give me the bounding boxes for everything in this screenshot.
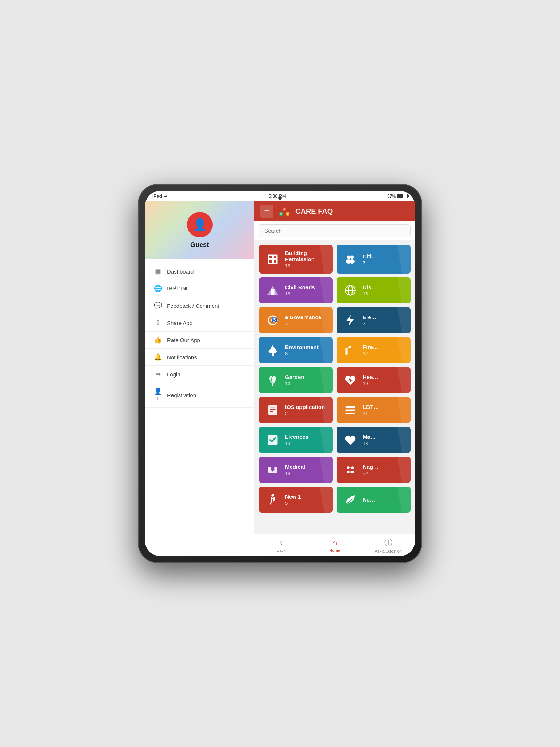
card-dis[interactable]: Dis… 15	[337, 277, 411, 303]
ios-icon	[265, 402, 281, 418]
sidebar-item-registration[interactable]: 👤+ Registration	[145, 383, 254, 408]
card-text: Ne…	[363, 496, 375, 503]
card-ios-application[interactable]: IOS application 2	[259, 397, 333, 423]
svg-point-14	[349, 259, 355, 264]
card-count: 16	[285, 263, 327, 268]
card-title: Environment	[285, 344, 319, 350]
tab-home-label: Home	[329, 548, 340, 553]
card-text: e Governance 7	[285, 314, 321, 326]
card-nag[interactable]: Nag… 22	[337, 457, 411, 483]
svg-point-11	[347, 255, 350, 259]
card-e-governance[interactable]: ♿ e Governance 7	[259, 307, 333, 333]
svg-rect-9	[269, 260, 272, 263]
card-title: Garden	[285, 374, 304, 380]
card-text: Medical 18	[285, 464, 305, 476]
svg-rect-7	[269, 256, 272, 258]
svg-marker-29	[348, 346, 352, 348]
svg-point-46	[351, 471, 354, 473]
search-input[interactable]	[259, 224, 411, 237]
menu-button[interactable]: ☰	[260, 205, 273, 218]
card-ele[interactable]: Ele… 7	[337, 307, 411, 333]
tab-home[interactable]: ⌂ Home	[308, 534, 362, 556]
search-bar	[254, 221, 415, 240]
sidebar-item-notifications[interactable]: 🔔 Notifications	[145, 349, 254, 366]
card-title: Building Permission	[285, 250, 327, 262]
rate-icon: 👍	[154, 336, 162, 344]
sidebar-item-label: Rate Our App	[167, 337, 200, 343]
card-text: Garden 13	[285, 374, 304, 386]
svg-rect-34	[270, 411, 273, 412]
main-panel: ☰ CARE FAQ	[254, 201, 415, 556]
sidebar-item-language[interactable]: 🌐 मराठी भाषा	[145, 280, 254, 297]
sidebar-item-rate[interactable]: 👍 Rate Our App	[145, 332, 254, 349]
ipad-label: iPad	[152, 193, 162, 199]
svg-rect-33	[270, 409, 276, 410]
list-icon	[342, 402, 358, 418]
card-text: Environment 8	[285, 344, 319, 356]
leaf-icon	[342, 492, 358, 508]
card-fire[interactable]: Fire… 12	[337, 337, 411, 363]
globe-icon	[342, 282, 358, 298]
card-text: Dis… 15	[363, 284, 377, 297]
svg-point-43	[347, 466, 350, 469]
ipad-device: iPad ⇌ 5:38 PM 57% 👤 Guest	[138, 184, 422, 563]
app-body: 👤 Guest ▣ Dashboard 🌐 मराठी भाषा 💬	[145, 201, 415, 556]
card-new[interactable]: Ne…	[337, 487, 411, 513]
card-title: Dis…	[363, 284, 377, 290]
card-title: e Governance	[285, 314, 321, 320]
card-text: Ma… 13	[363, 434, 376, 446]
card-environment[interactable]: Environment 8	[259, 337, 333, 363]
card-licences[interactable]: Licences 13	[259, 427, 333, 453]
svg-rect-37	[346, 413, 355, 415]
tab-ask-label: Ask a Question	[374, 549, 402, 553]
card-count: 7	[285, 321, 321, 326]
card-title: Hea…	[363, 374, 378, 380]
share-icon: ⇩	[154, 319, 162, 327]
svg-rect-10	[274, 260, 276, 263]
card-title: Medical	[285, 464, 305, 470]
user-icon: 👤	[192, 218, 207, 232]
dots-icon	[342, 462, 358, 478]
card-text: Nag… 22	[363, 464, 378, 476]
svg-rect-30	[272, 383, 273, 386]
card-citizen[interactable]: Citi… 7	[337, 245, 411, 274]
svg-point-45	[347, 471, 350, 473]
tab-back[interactable]: ‹ Back	[254, 534, 308, 556]
licences-icon	[265, 432, 281, 448]
card-new1[interactable]: New 1 5	[259, 487, 333, 513]
app-logo	[278, 205, 291, 218]
card-building-permission[interactable]: Building Permission 16	[259, 245, 333, 274]
tab-bar: ‹ Back ⌂ Home ⓘ Ask a Question	[254, 534, 415, 556]
sidebar-item-login[interactable]: ➡ Login	[145, 366, 254, 383]
sidebar-item-label: Feedback / Comment	[167, 303, 219, 309]
card-text: Licences 13	[285, 434, 308, 446]
sidebar-item-feedback[interactable]: 💬 Feedback / Comment	[145, 297, 254, 314]
sidebar-item-label: Share App	[167, 320, 192, 326]
card-title: New 1	[285, 494, 301, 500]
guest-name: Guest	[190, 241, 209, 249]
card-medical[interactable]: Medical 18	[259, 457, 333, 483]
question-icon: ⓘ	[384, 537, 392, 548]
tab-ask[interactable]: ⓘ Ask a Question	[361, 534, 415, 556]
card-lbt[interactable]: LBT… 21	[337, 397, 411, 423]
sidebar-menu: ▣ Dashboard 🌐 मराठी भाषा 💬 Feedback / Co…	[145, 259, 254, 556]
sidebar-item-share[interactable]: ⇩ Share App	[145, 314, 254, 332]
svg-rect-17	[272, 293, 273, 294]
bell-icon: 🔔	[154, 353, 162, 361]
fire-icon	[342, 342, 358, 358]
home-icon: ⌂	[332, 538, 337, 547]
card-civil-roads[interactable]: Civil Roads 18	[259, 277, 333, 303]
card-title: Ele…	[363, 314, 377, 320]
svg-rect-16	[272, 290, 273, 291]
grid-container: Building Permission 16 Citi… 7	[259, 245, 411, 513]
wifi-icon: ⇌	[164, 194, 167, 198]
card-count: 7	[363, 260, 377, 266]
card-garden[interactable]: Garden 13	[259, 367, 333, 393]
card-ma[interactable]: Ma… 13	[337, 427, 411, 453]
card-text: Building Permission 16	[285, 250, 327, 268]
card-title: Nag…	[363, 464, 378, 470]
avatar: 👤	[187, 212, 213, 237]
card-health[interactable]: Hea… 10	[337, 367, 411, 393]
sidebar-item-dashboard[interactable]: ▣ Dashboard	[145, 263, 254, 280]
svg-rect-26	[272, 353, 274, 356]
